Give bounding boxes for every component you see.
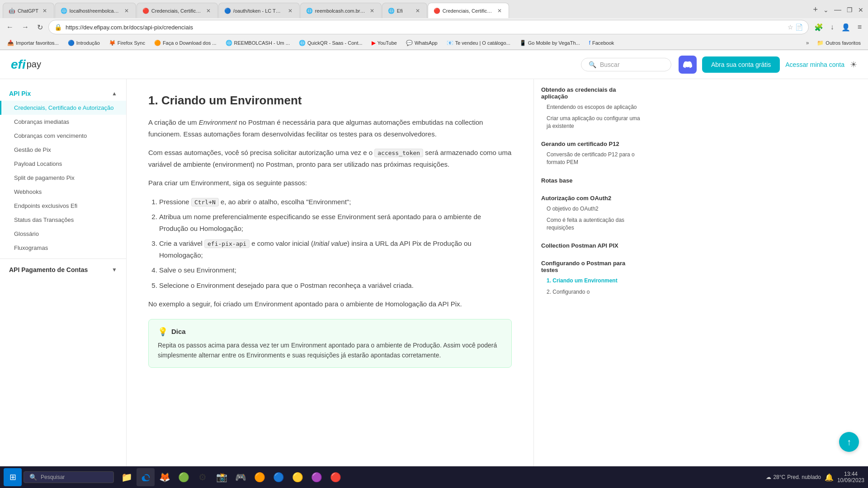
toc-item-objetivo-oauth2[interactable]: O objetivo do OAuth2 [541,205,644,213]
bookmark-introducao[interactable]: 🔵 Introdução [64,39,104,47]
bookmarks-more[interactable]: » [803,39,812,47]
bookmark-reembolcash[interactable]: 🌐 REEMBOLCASH - Um ... [222,39,293,47]
taskbar-app-1[interactable]: ⚙ [193,468,212,486]
new-tab-btn[interactable]: + [811,3,820,16]
taskbar-app-2[interactable]: 📸 [212,468,231,486]
sidebar-item-status-transacoes[interactable]: Status das Transações [0,213,126,227]
paragraph-1-italic: Environment [199,118,237,126]
extensions-btn[interactable]: 🧩 [811,21,826,33]
notification-icon[interactable]: 🔔 [825,473,834,482]
main-content: 1. Criando um Environment A criação de u… [127,79,533,488]
taskbar-time[interactable]: 13:44 10/09/2023 [837,471,864,483]
weather-icon: ☁ [766,474,771,480]
taskbar-app-chrome[interactable]: 🟢 [175,468,193,486]
bookmark-te-vendeu[interactable]: 📧 Te vendeu | O catálogo... [443,39,514,47]
scroll-top-button[interactable]: ↑ [839,432,859,452]
discord-button[interactable] [679,56,697,74]
tab-efi[interactable]: 🌐 Efi ✕ [382,3,427,18]
tab-credenciais2[interactable]: 🔴 Credenciais, Certificado ✕ [428,3,509,18]
tab-credenciais1[interactable]: 🔴 Credenciais, Certificado ✕ [137,3,218,18]
tab-close-efi[interactable]: ✕ [414,7,421,14]
tip-text: Repita os passos acima para dessa vez te… [158,340,502,361]
taskbar-app-3[interactable]: 🎮 [231,468,250,486]
tab-close-credenciais1[interactable]: ✕ [205,7,212,14]
menu-btn[interactable]: ≡ [855,21,864,33]
start-button[interactable]: ⊞ [4,468,22,486]
tab-title-credenciais1: Credenciais, Certificado [151,8,202,14]
bookmark-icon-quickqr: 🌐 [299,40,306,46]
sidebar-item-glossario[interactable]: Glossário [0,227,126,241]
taskbar-app-files[interactable]: 📁 [118,468,136,486]
sidebar: API Pix ▲ Credenciais, Certificado e Aut… [0,79,127,488]
sidebar-item-gestao-pix[interactable]: Gestão de Pix [0,143,126,157]
bookmark-outros[interactable]: 📁 Outros favoritos [813,39,864,47]
profile-btn[interactable]: 👤 [839,21,853,33]
bookmark-firefox-sync[interactable]: 🦊 Firefox Sync [105,39,149,47]
taskbar-search-box[interactable]: 🔍 Pesquisar [24,471,114,483]
tab-chatgpt[interactable]: 🤖 ChatGPT ✕ [3,3,54,18]
sidebar-item-cobranças-vencimento[interactable]: Cobranças com vencimento [0,129,126,143]
forward-button[interactable]: → [19,21,32,33]
reader-mode-icon[interactable]: 📄 [795,23,803,31]
sidebar-item-payload-locations[interactable]: Payload Locations [0,157,126,171]
tab-close-chatgpt[interactable]: ✕ [41,7,48,14]
toc-item-criando-environment[interactable]: 1. Criando um Environment [541,277,644,285]
sidebar-item-fluxogramas[interactable]: Fluxogramas [0,241,126,255]
tab-oauth[interactable]: 🔵 /oauth/token - LC TECH ✕ [218,3,300,18]
taskbar-app-6[interactable]: 🟡 [288,468,307,486]
taskbar-app-4[interactable]: 🟠 [250,468,269,486]
taskbar-weather[interactable]: ☁ 28°C Pred. nublado [766,474,821,480]
bookmark-whatsapp[interactable]: 💬 WhatsApp [402,39,441,47]
address-bar[interactable]: 🔒 https://dev.efipay.com.br/docs/api-pix… [48,20,809,34]
open-account-button[interactable]: Abra sua conta grátis [702,56,780,73]
theme-toggle-button[interactable]: ☀ [850,60,857,70]
taskbar-app-7[interactable]: 🟣 [307,468,326,486]
bookmark-quickqr[interactable]: 🌐 QuickQR - Saas - Cont... [295,39,366,47]
tab-close-oauth[interactable]: ✕ [287,7,294,14]
tab-localhost[interactable]: 🌐 localhost/reembolcash/ ✕ [55,3,136,18]
bookmark-faca-download[interactable]: 🟠 Faça o Download dos ... [151,39,220,47]
tab-list-btn[interactable]: ⌄ [821,5,830,15]
bookmark-label-whatsapp: WhatsApp [415,40,438,46]
sidebar-item-credenciais[interactable]: Credenciais, Certificado e Autorização [0,101,126,115]
refresh-button[interactable]: ↻ [34,21,46,33]
address-bar-row: ← → ↻ 🔒 https://dev.efipay.com.br/docs/a… [0,18,868,36]
header-search-box[interactable]: 🔍 Buscar [581,58,671,71]
bookmark-facebook[interactable]: f Facebook [585,39,618,47]
bookmark-importar[interactable]: 📥 Importar favoritos... [4,39,62,47]
toc-section-title-5: Configurando o Postman para testes [541,260,644,273]
taskbar-app-8[interactable]: 🔴 [326,468,344,486]
toc-item-criar-aplicacao[interactable]: Criar uma aplicação ou configurar uma já… [541,115,644,130]
toc-section-title-1: Gerando um certificado P12 [541,141,644,147]
bookmark-star-icon[interactable]: ☆ [788,23,793,31]
search-icon: 🔍 [589,61,596,68]
back-button[interactable]: ← [4,21,16,33]
bookmark-go-mobile[interactable]: 📱 Go Mobile by VegaTh... [516,39,584,47]
bookmark-youtube[interactable]: ▶ YouTube [368,39,401,47]
sidebar-section-header-api-pix[interactable]: API Pix ▲ [0,86,126,101]
toc-item-entendendo-escopos[interactable]: Entendendo os escopos de aplicação [541,103,644,111]
paragraph-1: A criação de um Environment no Postman é… [148,117,512,140]
tab-reembolcash[interactable]: 🌐 reembolcash.com.br/in/ ✕ [300,3,382,18]
tab-close-credenciais2[interactable]: ✕ [496,7,503,14]
sidebar-item-endpoints-efi[interactable]: Endpoints exclusivos Efi [0,199,126,213]
tab-close-localhost[interactable]: ✕ [123,7,130,14]
toc-item-configurando[interactable]: 2. Configurando o [541,288,644,296]
toc-item-conversao-p12[interactable]: Conversão de certificado P12 para o form… [541,151,644,166]
maximize-btn[interactable]: ❐ [845,5,854,15]
toc-item-autenticacao[interactable]: Como é feita a autenticação das requisiç… [541,216,644,232]
tab-close-reembolcash[interactable]: ✕ [368,7,376,14]
minimize-btn[interactable]: — [832,4,843,16]
sidebar-item-webhooks[interactable]: Webhooks [0,185,126,199]
taskbar-app-edge[interactable] [137,468,155,486]
bookmark-label-facebook: Facebook [592,40,614,46]
sidebar-section-header-api-pagamento[interactable]: API Pagamento de Contas ▼ [0,263,126,277]
sidebar-item-split-pix[interactable]: Split de pagamento Pix [0,171,126,185]
taskbar-app-firefox[interactable]: 🦊 [156,468,174,486]
access-account-link[interactable]: Acessar minha conta [785,61,844,68]
downloads-btn[interactable]: ↓ [828,21,837,33]
sidebar-item-cobranças-imediatas[interactable]: Cobranças imediatas [0,115,126,129]
close-btn[interactable]: ✕ [856,5,865,15]
taskbar-app-5[interactable]: 🔵 [269,468,288,486]
bookmark-icon-importar: 📥 [7,40,14,46]
